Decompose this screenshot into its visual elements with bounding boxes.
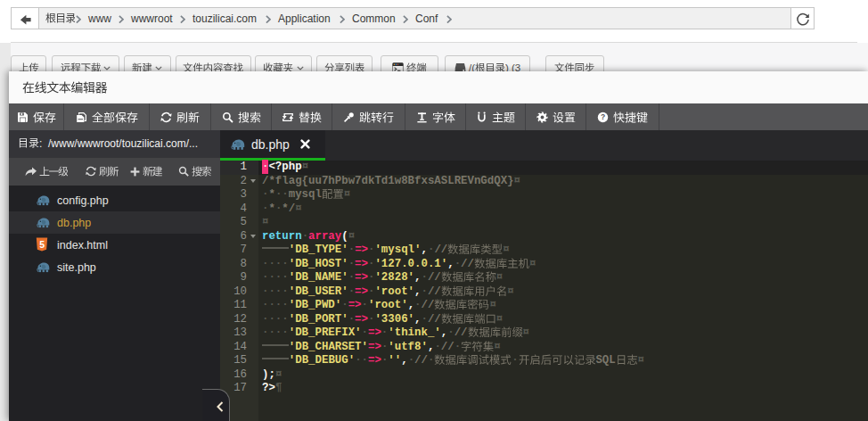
svg-text:5: 5	[39, 239, 45, 250]
svg-text:?: ?	[601, 112, 605, 121]
